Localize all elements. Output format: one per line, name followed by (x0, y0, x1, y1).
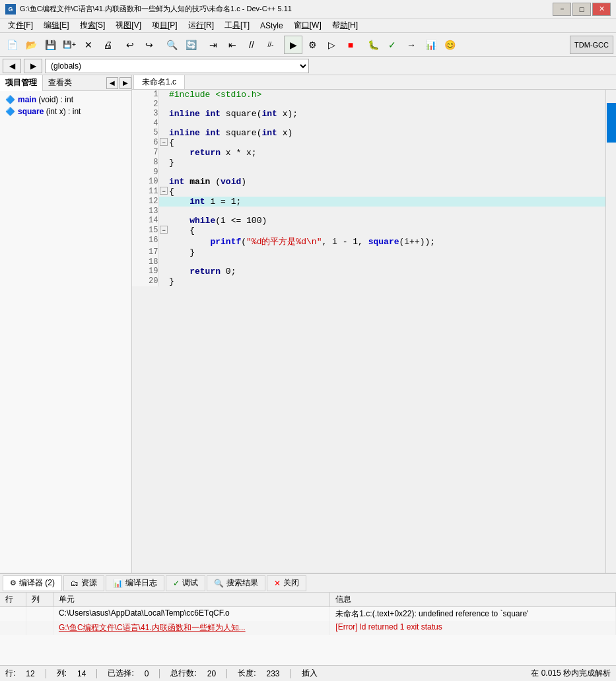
bottom-tab-close-label: 关闭 (283, 577, 299, 589)
fold-button[interactable]: − (158, 138, 169, 148)
bottom-tab-search[interactable]: 🔍 搜索结果 (207, 575, 265, 591)
tb-comment[interactable]: // (242, 36, 261, 54)
code-line[interactable]: } (169, 247, 605, 257)
editor-tab-file[interactable]: 未命名1.c (133, 75, 185, 89)
code-line[interactable]: int main (void) (169, 177, 605, 187)
fold-button[interactable]: − (158, 187, 169, 197)
sidebar-tab-class[interactable]: 查看类 (43, 75, 77, 91)
fold-button (158, 216, 169, 226)
tree-label-main: main (void) : int (18, 95, 73, 104)
app-window: G G:\鱼C编程文件\C语言\41.内联函数和一些鲜为人知的技巧\未命名1.c… (0, 0, 616, 681)
minimize-button[interactable]: － (553, 3, 571, 16)
code-line[interactable] (169, 257, 605, 267)
code-line[interactable]: inline int square(int x); (169, 109, 605, 119)
error-table: 行 列 单元 信息 C:\Users\asus\AppData\Local\Te… (0, 593, 616, 635)
code-line[interactable]: { (169, 187, 605, 197)
code-line[interactable]: #include <stdio.h> (169, 90, 605, 100)
code-line[interactable]: { (169, 138, 605, 148)
fold-button (158, 168, 169, 177)
code-line[interactable] (169, 207, 605, 216)
sidebar-nav-next[interactable]: ▶ (120, 77, 131, 89)
menu-edit[interactable]: 编辑[E] (38, 18, 75, 32)
table-row: 12 int i = 1; (132, 197, 605, 207)
status-total-val: 20 (207, 669, 216, 678)
fold-button[interactable]: − (158, 226, 169, 236)
fold-button (158, 90, 169, 100)
code-line[interactable]: inline int square(int x) (169, 128, 605, 138)
code-line[interactable]: } (169, 158, 605, 168)
tb-run[interactable]: ▷ (322, 36, 341, 54)
tb-check[interactable]: ✓ (383, 36, 401, 54)
dropbar-fwd[interactable]: ▶ (24, 59, 42, 73)
error-cell-unit[interactable]: G:\鱼C编程文件\C语言\41.内联函数和一些鲜为人知... (53, 621, 329, 635)
maximize-button[interactable]: □ (572, 3, 591, 16)
menu-view[interactable]: 视图[V] (110, 18, 147, 32)
menu-search[interactable]: 搜索[S] (75, 18, 111, 32)
menu-astyle[interactable]: AStyle (255, 20, 289, 32)
tb-compile-run[interactable]: ▶ (284, 36, 302, 54)
bottom-tab-close[interactable]: ✕ 关闭 (267, 575, 306, 591)
fold-button (158, 177, 169, 187)
code-line[interactable] (169, 168, 605, 177)
code-line[interactable]: printf("%d的平方是%d\n", i - 1, square(i++))… (169, 236, 605, 247)
fold-button (158, 197, 169, 207)
status-sep1 (46, 669, 46, 678)
tb-new[interactable]: 📄 (3, 36, 21, 54)
tb-replace[interactable]: 🔄 (182, 36, 200, 54)
tb-unindent[interactable]: ⇤ (223, 36, 242, 54)
code-line[interactable]: } (169, 276, 605, 286)
menu-tools[interactable]: 工具[T] (219, 18, 255, 32)
tree-item-main[interactable]: 🔷 main (void) : int (3, 94, 129, 106)
table-row: 18 (132, 257, 605, 267)
code-line[interactable]: return x * x; (169, 148, 605, 158)
code-editor[interactable]: 1#include <stdio.h>23inline int square(i… (132, 90, 605, 573)
tb-step-over[interactable]: → (402, 36, 421, 54)
tb-compiler-label[interactable]: TDM-GCC (570, 36, 613, 54)
menu-file[interactable]: 文件[F] (3, 18, 38, 32)
tb-compile[interactable]: ⚙ (303, 36, 322, 54)
tb-save[interactable]: 💾 (41, 36, 59, 54)
code-line[interactable]: while(i <= 100) (169, 216, 605, 226)
tb-find[interactable]: 🔍 (162, 36, 181, 54)
col-unit: 单元 (53, 593, 329, 607)
code-line[interactable] (169, 119, 605, 128)
editor-main: 未命名1.c 1#include <stdio.h>23inline int s… (132, 75, 616, 573)
code-line[interactable]: { (169, 226, 605, 236)
code-line[interactable]: return 0; (169, 267, 605, 276)
menu-project[interactable]: 项目[P] (147, 18, 183, 32)
tb-print[interactable]: 🖨 (98, 36, 117, 54)
tb-smiley[interactable]: 😊 (440, 36, 459, 54)
tb-bar[interactable]: 📊 (421, 36, 440, 54)
menu-run[interactable]: 运行[R] (183, 18, 219, 32)
close-button[interactable]: ✕ (592, 3, 611, 16)
code-line[interactable] (169, 100, 605, 109)
tb-debug[interactable]: 🐛 (364, 36, 382, 54)
scrollbar-thumb[interactable] (607, 103, 616, 143)
tb-redo[interactable]: ↪ (140, 36, 158, 54)
menu-help[interactable]: 帮助[H] (327, 18, 363, 32)
tb-close[interactable]: ✕ (79, 36, 98, 54)
tb-uncomment[interactable]: //- (261, 36, 280, 54)
menu-window[interactable]: 窗口[W] (289, 18, 327, 32)
bottom-tab-compiler[interactable]: ⚙ 编译器 (2) (3, 575, 62, 591)
sidebar-tab-project[interactable]: 项目管理 (0, 75, 43, 91)
tb-stop[interactable]: ■ (341, 36, 360, 54)
error-cell-unit[interactable]: C:\Users\asus\AppData\Local\Temp\cc6ETqC… (53, 607, 329, 622)
tb-open[interactable]: 📂 (22, 36, 40, 54)
tree-item-square[interactable]: 🔷 square (int x) : int (3, 106, 129, 117)
scrollbar-right[interactable] (605, 90, 616, 573)
error-row: G:\鱼C编程文件\C语言\41.内联函数和一些鲜为人知...[Error] l… (0, 621, 616, 635)
bottom-tab-debug[interactable]: ✓ 调试 (166, 575, 205, 591)
dropbar-back[interactable]: ◀ (3, 59, 21, 73)
tb-undo[interactable]: ↩ (121, 36, 139, 54)
sidebar-nav-prev[interactable]: ◀ (106, 77, 118, 89)
scope-dropdown[interactable]: (globals) (45, 59, 309, 73)
code-line[interactable]: int i = 1; (169, 197, 605, 207)
line-number: 11 (132, 187, 158, 197)
bottom-tab-resource[interactable]: 🗂 资源 (63, 575, 104, 591)
table-row: 3inline int square(int x); (132, 109, 605, 119)
fold-button (158, 267, 169, 276)
tb-save-all[interactable]: 💾+ (60, 36, 79, 54)
tb-indent[interactable]: ⇥ (204, 36, 222, 54)
bottom-tab-log[interactable]: 📊 编译日志 (106, 575, 164, 591)
